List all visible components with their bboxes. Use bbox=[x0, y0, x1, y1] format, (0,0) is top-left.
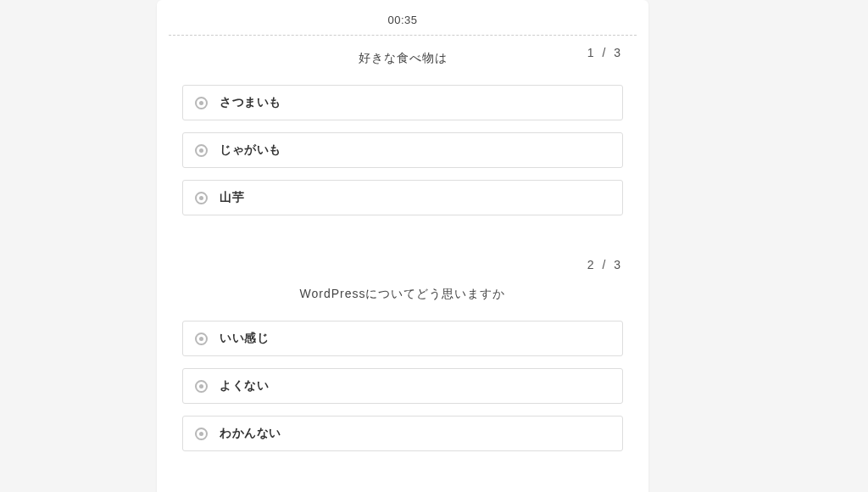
timer-display: 00:35 bbox=[157, 14, 648, 35]
question-text: 好きな食べ物は bbox=[182, 46, 623, 66]
option-label: わかんない bbox=[220, 426, 281, 441]
option-label: じゃがいも bbox=[220, 143, 281, 158]
option-q2-2[interactable]: よくない bbox=[182, 368, 623, 404]
quiz-card: 00:35 1 / 3 好きな食べ物は さつまいも じゃがいも 山芋 2 / 3… bbox=[157, 0, 648, 492]
radio-icon bbox=[195, 192, 208, 204]
question-block-1: 1 / 3 好きな食べ物は さつまいも じゃがいも 山芋 bbox=[157, 36, 648, 244]
radio-icon bbox=[195, 144, 208, 157]
radio-icon bbox=[195, 428, 208, 440]
question-counter: 2 / 3 bbox=[157, 258, 648, 271]
option-q1-2[interactable]: じゃがいも bbox=[182, 132, 623, 168]
question-block-2: WordPressについてどう思いますか いい感じ よくない わかんない bbox=[157, 271, 648, 480]
option-q1-1[interactable]: さつまいも bbox=[182, 85, 623, 120]
option-q1-3[interactable]: 山芋 bbox=[182, 180, 623, 215]
radio-icon bbox=[195, 333, 208, 345]
option-q2-1[interactable]: いい感じ bbox=[182, 321, 623, 356]
option-label: さつまいも bbox=[220, 95, 281, 110]
option-q2-3[interactable]: わかんない bbox=[182, 416, 623, 451]
question-counter: 1 / 3 bbox=[587, 46, 623, 59]
radio-icon bbox=[195, 97, 208, 109]
option-label: 山芋 bbox=[220, 190, 244, 205]
option-label: いい感じ bbox=[220, 331, 269, 346]
question-header: 1 / 3 好きな食べ物は bbox=[182, 46, 623, 66]
radio-icon bbox=[195, 380, 208, 393]
question-text: WordPressについてどう思いますか bbox=[182, 282, 623, 302]
option-label: よくない bbox=[220, 378, 269, 394]
